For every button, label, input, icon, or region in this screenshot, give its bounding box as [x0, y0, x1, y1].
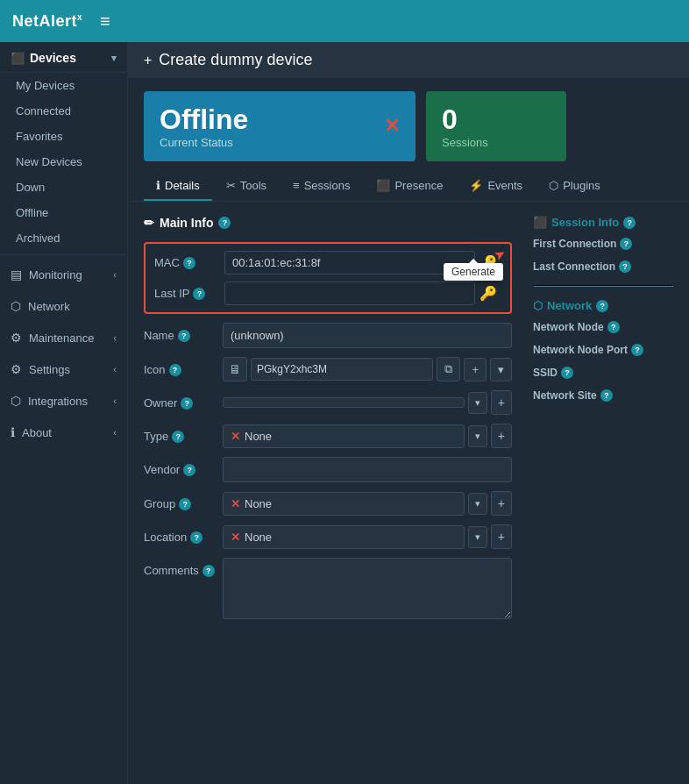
menu-icon[interactable]: ≡ [100, 11, 110, 32]
about-icon: ℹ [11, 425, 15, 439]
icon-help-icon[interactable]: ? [169, 364, 181, 376]
sidebar-item-new-devices[interactable]: New Devices [0, 149, 127, 175]
tab-plugins[interactable]: ⬡ Plugins [536, 172, 613, 201]
location-chevron-button[interactable]: ▾ [468, 526, 487, 548]
tab-events-icon: ⚡ [469, 179, 483, 192]
network-node-help[interactable]: ? [607, 321, 620, 333]
ip-label: Last IP ? [154, 287, 224, 300]
sidebar-item-offline[interactable]: Offline [0, 200, 127, 225]
settings-chevron: ‹ [113, 364, 117, 374]
network-site-label: Network Site ? [533, 389, 673, 402]
devices-chevron: ▾ [111, 53, 117, 64]
owner-chevron-button[interactable]: ▾ [468, 392, 487, 414]
group-help-icon[interactable]: ? [179, 498, 191, 510]
sidebar-item-my-devices[interactable]: My Devices [0, 73, 127, 98]
group-select[interactable]: ✕ None [223, 492, 465, 516]
sidebar-items: My Devices Connected Favorites New Devic… [0, 73, 127, 251]
name-help-icon[interactable]: ? [178, 330, 190, 342]
vendor-input[interactable] [223, 457, 512, 482]
integrations-label: Integrations [28, 395, 88, 408]
network-node-port-help[interactable]: ? [631, 344, 643, 356]
name-input[interactable] [223, 323, 512, 348]
network-info-help[interactable]: ? [596, 300, 608, 312]
sidebar-devices-label: Devices [30, 51, 76, 65]
mac-help-icon[interactable]: ? [183, 257, 195, 269]
right-panel: ⬛ Session Info ? First Connection ? Last… [533, 216, 673, 631]
tooltip-arrow [469, 259, 478, 263]
plus-icon: + [144, 53, 152, 68]
vendor-help-icon[interactable]: ? [183, 464, 195, 476]
group-value: None [245, 497, 272, 510]
owner-row: Owner ? ▾ + [144, 390, 512, 415]
icon-add-button[interactable]: + [464, 358, 487, 381]
ip-help-icon[interactable]: ? [193, 288, 205, 300]
offline-label: Offline [16, 206, 48, 219]
sidebar-item-about[interactable]: ℹ About ‹ [0, 417, 127, 448]
location-help-icon[interactable]: ? [190, 531, 202, 544]
tab-sessions[interactable]: ≡ Sessions [281, 172, 362, 201]
session-info-icon: ⬛ [533, 216, 547, 229]
type-plus-button[interactable]: + [491, 424, 512, 448]
location-plus-button[interactable]: + [491, 524, 512, 549]
group-label: Group ? [144, 491, 223, 510]
close-button[interactable]: ✕ [384, 115, 400, 138]
sidebar-item-monitoring[interactable]: ▤ Monitoring ‹ [0, 259, 127, 290]
tab-tools[interactable]: ✂ Tools [214, 172, 279, 201]
sidebar-item-favorites[interactable]: Favorites [0, 124, 127, 149]
icon-expand-button[interactable]: ▾ [490, 358, 512, 381]
comments-help-icon[interactable]: ? [202, 565, 215, 577]
type-select[interactable]: ✕ None [223, 424, 465, 448]
tab-presence-icon: ⬛ [376, 179, 390, 192]
generate-tooltip-container: Generate [444, 263, 503, 281]
type-chevron-button[interactable]: ▾ [468, 425, 487, 447]
sidebar-item-integrations[interactable]: ⬡ Integrations ‹ [0, 385, 127, 417]
tab-events[interactable]: ⚡ Events [457, 172, 535, 201]
session-info-label: Session Info [551, 216, 619, 229]
tab-tools-label: Tools [240, 179, 266, 192]
name-label: Name ? [144, 323, 223, 342]
icon-copy-button[interactable]: ⧉ [437, 357, 460, 381]
sidebar-item-maintenance[interactable]: ⚙ Maintenance ‹ [0, 322, 127, 353]
location-select[interactable]: ✕ None [223, 525, 465, 549]
first-connection-label: First Connection ? [533, 238, 673, 250]
sidebar-item-down[interactable]: Down [0, 175, 127, 200]
main-info-help-icon[interactable]: ? [218, 217, 231, 229]
settings-icon: ⚙ [11, 362, 22, 376]
type-help-icon[interactable]: ? [172, 431, 184, 443]
network-node-port-label: Network Node Port ? [533, 344, 673, 356]
group-plus-button[interactable]: + [491, 491, 512, 516]
ip-key-button[interactable]: 🔑 [475, 283, 501, 303]
sidebar-item-archived[interactable]: Archived [0, 225, 127, 251]
icon-select[interactable]: PGkgY2xhc3M [251, 358, 433, 381]
owner-select[interactable] [223, 397, 465, 408]
network-node-label: Network Node ? [533, 321, 673, 333]
session-info-help[interactable]: ? [623, 217, 636, 229]
sidebar-item-connected[interactable]: Connected [0, 98, 127, 124]
sidebar-item-network[interactable]: ⬡ Network [0, 290, 127, 322]
tabs-bar: ℹ Details ✂ Tools ≡ Sessions ⬛ Presence … [128, 161, 689, 202]
last-connection-help[interactable]: ? [619, 260, 631, 273]
status-row: Offline Current Status ✕ 0 Sessions [128, 79, 689, 161]
sidebar-item-settings[interactable]: ⚙ Settings ‹ [0, 353, 127, 385]
sessions-label: Sessions [442, 136, 488, 149]
group-row: Group ? ✕ None ▾ + [144, 491, 512, 516]
comments-input[interactable] [223, 558, 512, 619]
mac-input[interactable] [224, 251, 475, 274]
owner-plus-button[interactable]: + [491, 390, 512, 415]
network-node-port-field: Network Node Port ? [533, 344, 673, 356]
owner-help-icon[interactable]: ? [181, 397, 193, 410]
tab-presence[interactable]: ⬛ Presence [364, 172, 455, 201]
network-site-help[interactable]: ? [600, 389, 613, 402]
topbar: NetAlertx ≡ [0, 0, 689, 42]
sidebar-devices-header[interactable]: ⬛ Devices ▾ [0, 42, 127, 73]
location-select-row: ✕ None ▾ + [223, 524, 512, 549]
network-icon: ⬡ [11, 299, 21, 313]
ssid-help[interactable]: ? [561, 367, 573, 379]
ip-input[interactable] [224, 282, 475, 305]
first-connection-help[interactable]: ? [620, 238, 632, 250]
network-info-label: Network [547, 299, 592, 312]
tab-details[interactable]: ℹ Details [144, 172, 212, 201]
maintenance-chevron: ‹ [113, 332, 117, 343]
settings-label: Settings [29, 363, 70, 376]
group-chevron-button[interactable]: ▾ [468, 493, 487, 515]
